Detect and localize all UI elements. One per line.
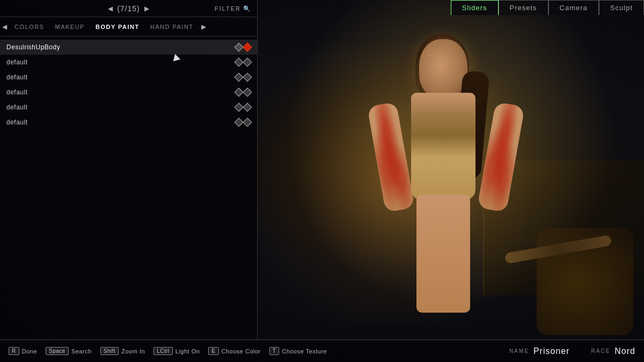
diamond-nav-right[interactable] xyxy=(244,44,251,50)
diamond-right xyxy=(243,73,252,82)
tab-body-paint[interactable]: BODY PAINT xyxy=(90,21,145,32)
filter-button[interactable]: FILTER 🔍 xyxy=(215,5,252,12)
item-name: default xyxy=(6,88,28,96)
list-item[interactable]: default xyxy=(0,70,257,85)
shortcut-search: Space Search xyxy=(46,347,92,355)
char-race-group: RACE Nord xyxy=(591,346,635,356)
item-name: DesulrishUpBody xyxy=(6,43,60,51)
tab-makeup[interactable]: MAKEUP xyxy=(49,21,90,32)
tab-colors[interactable]: COLORS xyxy=(9,21,49,32)
shortcut-done: R Done xyxy=(9,347,37,355)
key-e: E xyxy=(208,347,218,355)
item-name: default xyxy=(6,119,28,126)
diamond-nav-left[interactable] xyxy=(236,44,242,50)
label-light: Light On xyxy=(175,348,200,354)
race-label: RACE xyxy=(591,348,611,354)
list-item[interactable]: default xyxy=(0,85,257,100)
char-name-group: NAME Prisoner xyxy=(509,346,569,356)
tab-hand-paint[interactable]: HAND PAINT xyxy=(145,21,199,32)
shortcut-texture: T Choose Texture xyxy=(269,347,327,355)
diamond-left xyxy=(235,103,244,112)
filter-icon: 🔍 xyxy=(243,5,252,12)
diamond-right xyxy=(243,88,252,97)
item-controls xyxy=(236,89,251,95)
filter-label: FILTER xyxy=(215,5,241,12)
shortcut-light: LCtrl Light On xyxy=(153,347,200,355)
top-bar: ◀ (7/15) ▶ FILTER 🔍 xyxy=(0,0,257,17)
diamond-left xyxy=(235,118,244,127)
tab-sculpt[interactable]: Sculpt xyxy=(599,0,644,15)
item-controls xyxy=(236,59,251,65)
character-body xyxy=(368,39,518,323)
tab-nav-back[interactable]: ◀ xyxy=(2,23,7,31)
char-race: Nord xyxy=(614,346,635,356)
diamond-left xyxy=(235,58,244,67)
body-paint-list: DesulrishUpBody default default xyxy=(0,36,257,133)
character-info: NAME Prisoner RACE Nord xyxy=(509,346,635,356)
shortcut-zoom: Shift Zoom In xyxy=(100,347,145,355)
bottom-bar: R Done Space Search Shift Zoom In LCtrl … xyxy=(0,339,644,362)
item-controls xyxy=(236,119,251,125)
diamond-right xyxy=(243,103,252,112)
tab-sliders[interactable]: Sliders xyxy=(451,0,499,15)
diamond-right-red xyxy=(243,43,252,52)
label-search: Search xyxy=(71,348,92,354)
char-left-arm xyxy=(367,102,415,213)
nav-prev-arrow[interactable]: ◀ xyxy=(108,5,113,12)
diamond-left xyxy=(235,43,244,52)
char-name: Prisoner xyxy=(533,346,570,356)
tab-nav-fwd[interactable]: ▶ xyxy=(201,23,206,31)
nav-next-arrow[interactable]: ▶ xyxy=(144,5,149,12)
tab-presets[interactable]: Presets xyxy=(499,0,548,15)
list-item[interactable]: DesulrishUpBody xyxy=(0,40,257,55)
tab-camera[interactable]: Camera xyxy=(548,0,599,15)
key-t: T xyxy=(269,347,280,355)
left-tab-group: ◀ COLORS MAKEUP BODY PAINT HAND PAINT ▶ xyxy=(0,17,257,36)
diamond-left xyxy=(235,88,244,97)
item-controls xyxy=(236,104,251,110)
item-name: default xyxy=(6,58,28,66)
right-tab-group: Sliders Presets Camera Sculpt xyxy=(451,0,644,15)
shortcut-color: E Choose Color xyxy=(208,347,260,355)
key-space: Space xyxy=(46,347,69,355)
diamond-right xyxy=(243,118,252,127)
left-panel: ◀ (7/15) ▶ FILTER 🔍 ◀ COLORS MAKEUP BODY… xyxy=(0,0,258,362)
pagination-display: (7/15) xyxy=(117,4,140,13)
char-legs xyxy=(416,195,470,313)
item-name: default xyxy=(6,73,28,81)
item-controls xyxy=(236,44,251,50)
character-viewport xyxy=(258,0,644,339)
key-r: R xyxy=(9,347,19,355)
diamond-right xyxy=(243,58,252,67)
name-label: NAME xyxy=(509,348,529,354)
list-item[interactable]: default xyxy=(0,100,257,115)
list-item[interactable]: default xyxy=(0,115,257,130)
label-zoom: Zoom In xyxy=(121,348,145,354)
label-done: Done xyxy=(22,348,37,354)
label-color: Choose Color xyxy=(222,348,261,354)
item-controls xyxy=(236,74,251,80)
diamond-left xyxy=(235,73,244,82)
key-lctrl: LCtrl xyxy=(153,347,173,355)
label-texture: Choose Texture xyxy=(282,348,327,354)
item-name: default xyxy=(6,104,28,111)
list-item[interactable]: default xyxy=(0,55,257,70)
char-torso xyxy=(411,93,475,200)
key-shift: Shift xyxy=(100,347,119,355)
char-head xyxy=(419,39,467,98)
